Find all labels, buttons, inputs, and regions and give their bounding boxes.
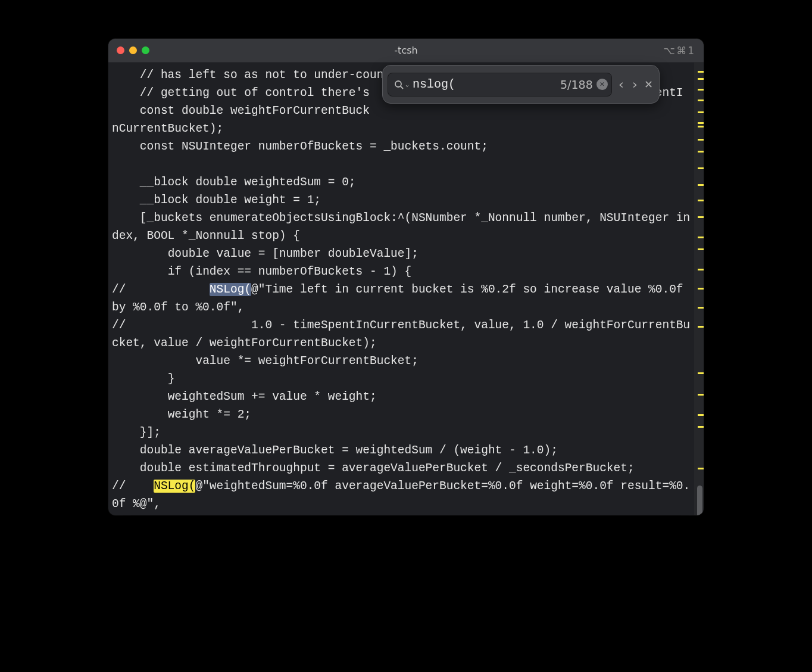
search-result-count: 5/188 xyxy=(560,78,593,91)
find-previous-button[interactable]: ‹ xyxy=(617,77,626,92)
titlebar[interactable]: -tcsh ⌥⌘1 xyxy=(108,39,704,63)
code-line: // xyxy=(112,283,210,296)
minimap-match-marker xyxy=(698,468,704,469)
code-line: nCurrentBucket); xyxy=(112,122,223,135)
code-line: const double weightForCurrentBuck xyxy=(112,104,370,117)
clear-search-button[interactable]: ✕ xyxy=(596,79,608,90)
search-match: NSLog( xyxy=(154,480,195,493)
code-line: } xyxy=(112,372,174,385)
close-window-button[interactable] xyxy=(117,46,124,54)
find-next-button[interactable]: › xyxy=(630,77,639,92)
minimap-match-marker xyxy=(698,269,704,270)
code-line: double estimatedThroughput = averageValu… xyxy=(112,462,635,475)
minimap-match-marker xyxy=(698,78,704,80)
minimap-match-marker xyxy=(698,126,704,127)
chevron-down-icon[interactable]: ⌄ xyxy=(405,81,409,88)
code-line: value *= weightForCurrentBucket; xyxy=(112,354,419,368)
minimap-match-marker xyxy=(698,89,704,91)
minimap-match-marker xyxy=(698,237,704,238)
zoom-window-button[interactable] xyxy=(142,46,149,54)
minimap-match-marker xyxy=(698,288,704,290)
minimap-match-marker xyxy=(698,99,704,101)
code-line: // xyxy=(112,480,154,493)
minimap-match-marker xyxy=(698,122,704,124)
code-line: if (index == numberOfBuckets - 1) { xyxy=(112,265,411,278)
code-line: @"weightedSum=%0.0f averageValuePerBucke… xyxy=(112,480,690,511)
code-line: double averageValuePerBucket = weightedS… xyxy=(112,444,558,457)
scrollbar-thumb[interactable] xyxy=(697,486,702,515)
minimap-match-marker xyxy=(698,216,704,218)
minimap-match-marker xyxy=(698,111,704,113)
find-panel: ⌄ 5/188 ✕ ‹ › ✕ xyxy=(382,65,660,104)
close-find-button[interactable]: ✕ xyxy=(644,78,653,91)
minimap-match-marker xyxy=(698,184,704,186)
window-shortcut-hint: ⌥⌘1 xyxy=(664,45,695,57)
close-icon: ✕ xyxy=(644,78,653,91)
find-field[interactable]: ⌄ 5/188 ✕ xyxy=(388,73,612,97)
minimap-match-marker xyxy=(698,248,704,250)
minimap-match-marker xyxy=(698,151,704,153)
x-icon: ✕ xyxy=(599,80,604,88)
search-icon xyxy=(394,80,404,89)
minimap-match-marker xyxy=(698,200,704,201)
window-title: -tcsh xyxy=(108,45,704,56)
minimap-match-marker xyxy=(698,71,704,73)
minimap-match-marker xyxy=(698,372,704,374)
code-line: weight *= 2; xyxy=(112,408,251,421)
code-viewport[interactable]: // has left so as not to under-count it,… xyxy=(108,63,694,515)
svg-line-1 xyxy=(401,86,403,89)
minimap-match-marker xyxy=(698,426,704,428)
code-line: [_buckets enumerateObjectsUsingBlock:^(N… xyxy=(112,211,690,242)
traffic-lights xyxy=(117,46,149,54)
code-line: const NSUInteger numberOfBuckets = _buck… xyxy=(112,140,488,153)
minimize-window-button[interactable] xyxy=(129,46,137,54)
content-area: // has left so as not to under-count it,… xyxy=(108,63,704,515)
minimap-gutter[interactable] xyxy=(694,63,704,515)
minimap-match-marker xyxy=(698,167,704,169)
chevron-right-icon: › xyxy=(632,77,638,92)
code-line: // 1.0 - timeSpentInCurrentBucket, value… xyxy=(112,319,690,350)
search-match-current: NSLog( xyxy=(210,283,251,296)
search-input[interactable] xyxy=(413,77,557,91)
minimap-match-marker xyxy=(698,414,704,416)
code-line: __block double weight = 1; xyxy=(112,194,321,207)
code-line: weightedSum += value * weight; xyxy=(112,390,377,403)
chevron-left-icon: ‹ xyxy=(619,77,624,92)
minimap-match-marker xyxy=(698,307,704,309)
terminal-window: -tcsh ⌥⌘1 // has left so as not to under… xyxy=(108,39,704,515)
minimap-match-marker xyxy=(698,139,704,141)
code-line: double value = [number doubleValue]; xyxy=(112,247,419,260)
code-line: }]; xyxy=(112,426,161,439)
code-line: __block double weightedSum = 0; xyxy=(112,176,356,189)
minimap-match-marker xyxy=(698,326,704,328)
svg-point-0 xyxy=(395,81,401,87)
minimap-match-marker xyxy=(698,394,704,396)
